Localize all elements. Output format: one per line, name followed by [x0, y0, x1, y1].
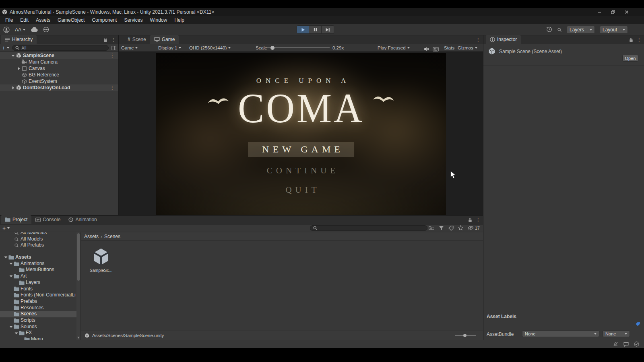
search-in-assets-icon[interactable]: [429, 226, 434, 230]
item-options-icon[interactable]: ⋮: [110, 84, 115, 91]
breadcrumb-root[interactable]: Assets: [84, 234, 99, 239]
project-folder-scenes[interactable]: Scenes: [0, 311, 76, 317]
display-dropdown[interactable]: Display 1: [158, 44, 181, 51]
assetbundle-dropdown[interactable]: None: [522, 330, 599, 337]
resolution-dropdown[interactable]: QHD (2560x1440): [189, 44, 231, 51]
project-folder-all-prefabs[interactable]: All Prefabs: [0, 242, 80, 249]
tab-inspector[interactable]: Inspector: [486, 35, 521, 44]
mute-audio-icon[interactable]: [423, 45, 429, 53]
triangle-down-icon[interactable]: [10, 54, 15, 58]
hierarchy-item-main-camera[interactable]: Main Camera: [0, 59, 118, 65]
menu-services[interactable]: Services: [120, 16, 146, 24]
minimize-button[interactable]: [592, 8, 606, 16]
create-object-button[interactable]: +: [2, 45, 9, 51]
project-folder-all-materials[interactable]: All Materials: [0, 232, 80, 236]
scroll-down-icon[interactable]: [77, 337, 80, 339]
restore-button[interactable]: [606, 8, 620, 16]
filter-by-type-icon[interactable]: [439, 226, 444, 230]
tab-console[interactable]: Console: [31, 215, 64, 224]
project-folder-fonts[interactable]: Fonts: [0, 286, 80, 292]
project-folder-animations[interactable]: Animations: [0, 261, 80, 267]
triangle-right-icon[interactable]: [16, 67, 21, 70]
label-tag-icon[interactable]: [635, 321, 640, 327]
stats-button[interactable]: Stats: [444, 44, 454, 51]
lock-icon[interactable]: [468, 218, 472, 222]
hierarchy-item-dontdestroyonload[interactable]: DontDestroyOnLoad⋮: [0, 84, 118, 91]
project-folder-menubuttons[interactable]: MenuButtons: [0, 267, 80, 273]
triangle-down-icon[interactable]: [3, 255, 8, 259]
triangle-down-icon[interactable]: [8, 274, 13, 278]
triangle-down-icon[interactable]: [8, 325, 13, 329]
project-tree-scrollbar[interactable]: [76, 232, 80, 340]
triangle-down-icon[interactable]: [8, 262, 13, 265]
file-samplesc[interactable]: SampleSc...: [90, 248, 112, 273]
play-focused-dropdown[interactable]: Play Focused: [378, 44, 410, 51]
search-icon[interactable]: [557, 27, 562, 32]
hierarchy-search-input[interactable]: All: [12, 45, 109, 51]
lock-icon[interactable]: [629, 37, 633, 42]
triangle-right-icon[interactable]: [10, 86, 15, 90]
scale-slider[interactable]: [266, 47, 330, 48]
game-button-continue[interactable]: CONTINUE: [259, 164, 343, 177]
project-folder-resources[interactable]: Resources: [0, 305, 80, 311]
close-button[interactable]: [620, 8, 634, 16]
scale-slider-handle[interactable]: [270, 46, 275, 50]
version-control-icon[interactable]: [43, 27, 49, 33]
triangle-down-icon[interactable]: [14, 331, 19, 335]
hidden-objects-toggle[interactable]: 17: [468, 226, 480, 230]
layout-dropdown[interactable]: Layout: [600, 26, 628, 34]
layers-dropdown[interactable]: Layers: [567, 26, 595, 34]
project-folder-assets[interactable]: Assets: [0, 254, 80, 261]
menu-window[interactable]: Window: [146, 16, 171, 24]
project-folder-scripts[interactable]: Scripts: [0, 317, 80, 324]
menu-edit[interactable]: Edit: [17, 16, 32, 24]
tab-hierarchy[interactable]: Hierarchy: [1, 35, 37, 44]
open-button[interactable]: Open: [622, 55, 638, 62]
saved-search-icon[interactable]: [458, 225, 463, 230]
gizmos-dropdown[interactable]: Gizmos: [458, 44, 477, 51]
assetbundle-variant-dropdown[interactable]: None: [603, 330, 630, 337]
game-button-quit[interactable]: QUIT: [278, 183, 324, 197]
project-folder-prefabs[interactable]: Prefabs: [0, 298, 80, 305]
menu-gameobject[interactable]: GameObject: [54, 16, 88, 24]
search-filter-icon[interactable]: [111, 46, 116, 50]
project-folder-menu[interactable]: Menu: [0, 336, 80, 340]
notifications-muted-icon[interactable]: [613, 341, 618, 347]
project-search-input[interactable]: [310, 225, 427, 231]
thumbnail-size-slider[interactable]: [455, 335, 476, 336]
project-folder-fonts-non-commercialli[interactable]: Fonts (Non-CommercialLi: [0, 292, 80, 298]
project-folder-all-models[interactable]: All Models: [0, 236, 80, 243]
pause-button[interactable]: [309, 25, 322, 34]
tab-animation[interactable]: Animation: [64, 215, 101, 224]
collab-chat-icon[interactable]: [623, 342, 629, 347]
project-folder-layers[interactable]: Layers: [0, 280, 80, 286]
shortcuts-icon[interactable]: [433, 45, 439, 53]
hierarchy-item-samplescene[interactable]: SampleScene⋮: [0, 52, 118, 59]
menu-help[interactable]: Help: [171, 16, 188, 24]
kebab-menu-icon[interactable]: ⋮: [637, 37, 642, 43]
hierarchy-item-bg-reference[interactable]: BG Reference: [0, 72, 118, 78]
scrollbar-thumb[interactable]: [77, 233, 80, 281]
breadcrumb-current[interactable]: Scenes: [104, 234, 120, 239]
item-options-icon[interactable]: ⋮: [110, 52, 115, 59]
view-target-dropdown[interactable]: Game: [121, 44, 138, 51]
account-dropdown[interactable]: AA: [15, 27, 25, 33]
filter-by-label-icon[interactable]: [448, 226, 454, 230]
step-button[interactable]: [322, 25, 334, 34]
tab-scene[interactable]: #Scene: [124, 35, 150, 44]
kebab-menu-icon[interactable]: ⋮: [476, 217, 481, 223]
menu-assets[interactable]: Assets: [32, 16, 54, 24]
tab-game[interactable]: Game: [150, 35, 179, 44]
project-folder-sounds[interactable]: Sounds: [0, 324, 80, 330]
tab-project[interactable]: Project: [1, 215, 31, 224]
slider-handle[interactable]: [463, 334, 466, 337]
project-folder-art[interactable]: Art: [0, 273, 80, 280]
kebab-menu-icon[interactable]: ⋮: [111, 37, 116, 43]
hierarchy-item-eventsystem[interactable]: EventSystem: [0, 78, 118, 84]
project-folder-fx[interactable]: FX: [0, 330, 80, 336]
hierarchy-item-canvas[interactable]: Canvas: [0, 65, 118, 72]
kebab-menu-icon[interactable]: ⋮: [476, 37, 481, 43]
menu-file[interactable]: File: [2, 16, 17, 24]
account-icon[interactable]: [3, 27, 10, 33]
cloud-status-icon[interactable]: [634, 341, 639, 347]
